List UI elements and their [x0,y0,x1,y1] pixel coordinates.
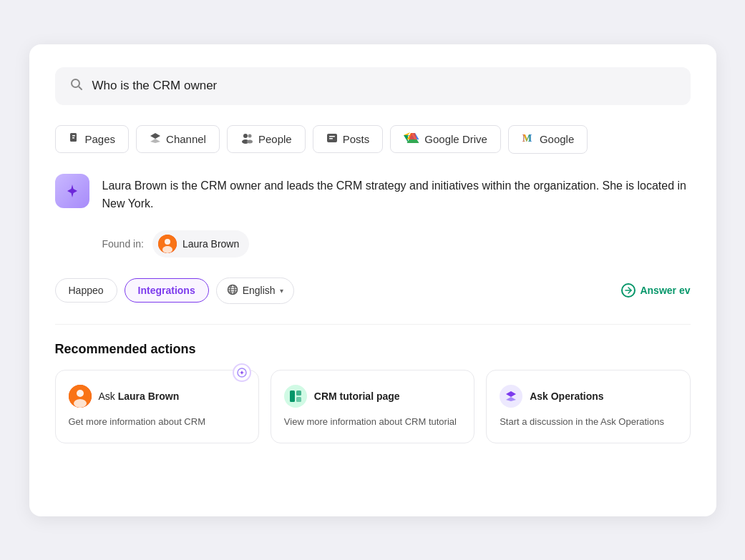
ops-card-icon [500,385,522,408]
language-selector[interactable]: English ▾ [216,277,294,304]
chevron-down-icon: ▾ [280,287,283,295]
search-bar[interactable]: Who is the CRM owner [55,67,691,105]
badge-icon [233,363,251,382]
tab-people-label: People [258,133,292,145]
found-in-row: Found in: Laura Brown [102,230,691,257]
svg-rect-12 [329,138,333,139]
bottom-filter-row: Happeo Integrations English ▾ [55,275,691,304]
section-divider [55,324,691,325]
search-query-text: Who is the CRM owner [92,79,218,93]
action-card-crm-tutorial[interactable]: CRM tutorial page View more information … [271,370,474,444]
ai-answer-box: Laura Brown is the CRM owner and leads t… [55,174,691,213]
svg-point-0 [72,79,79,87]
laura-name-bold: Laura Brown [118,390,180,402]
integrations-filter-btn[interactable]: Integrations [125,278,209,303]
laura-card-avatar [69,385,92,408]
globe-icon [227,284,238,298]
google-icon: M M [522,132,535,147]
svg-point-35 [77,390,84,397]
svg-point-26 [165,239,170,245]
action-card-title-ops: Ask Operations [530,390,603,402]
tab-channel-label: Channel [166,133,206,145]
svg-rect-2 [72,135,75,137]
svg-point-6 [243,134,248,138]
posts-icon [326,132,338,146]
crm-card-icon [284,385,307,408]
pages-icon [69,132,80,146]
tab-pages[interactable]: Pages [55,125,130,153]
action-card-title-crm: CRM tutorial page [314,390,400,402]
svg-point-36 [74,399,87,408]
svg-rect-37 [290,390,295,402]
channel-icon [150,132,161,146]
main-card: Who is the CRM owner Pages Channel [29,44,716,516]
svg-text:M: M [522,133,532,144]
answer-ev-icon [621,283,636,298]
google-drive-icon [404,132,419,146]
action-card-header-laura: Ask Laura Brown [69,385,245,408]
svg-marker-4 [150,133,160,139]
found-in-label: Found in: [102,238,144,250]
recommended-title: Recommended actions [55,342,691,357]
svg-marker-41 [506,397,516,401]
svg-point-8 [248,134,251,138]
action-card-header-ops: Ask Operations [500,385,676,408]
svg-rect-39 [296,397,301,402]
action-cards-grid: Ask Laura Brown Get more information abo… [55,370,691,444]
svg-rect-3 [72,137,74,139]
ai-answer-text: Laura Brown is the CRM owner and leads t… [102,174,691,213]
tab-google-label: Google [540,133,574,145]
action-card-title-laura: Ask Laura Brown [99,390,180,402]
search-icon [69,77,84,95]
svg-marker-21 [407,139,419,143]
recommended-section: Recommended actions [55,342,691,444]
tab-google[interactable]: M M Google [508,125,588,154]
tab-channel[interactable]: Channel [136,125,220,153]
ops-title-bold: Ask Operations [530,390,603,402]
action-card-ask-laura[interactable]: Ask Laura Brown Get more information abo… [55,370,259,444]
found-in-chip[interactable]: Laura Brown [152,230,249,257]
happeo-filter-btn[interactable]: Happeo [55,278,117,303]
laura-avatar [158,235,177,253]
svg-rect-11 [329,136,335,137]
svg-point-9 [247,140,253,144]
language-label: English [243,285,276,296]
answer-ev-button[interactable]: Answer ev [621,283,690,298]
tab-google-drive[interactable]: Google Drive [390,125,501,153]
action-card-ask-operations[interactable]: Ask Operations Start a discussion in the… [486,370,690,444]
filter-tabs-row: Pages Channel People [55,125,691,154]
svg-marker-22 [409,133,417,139]
svg-rect-38 [296,390,301,396]
svg-marker-40 [506,391,516,397]
svg-marker-5 [150,139,160,143]
svg-point-27 [162,246,172,253]
action-card-desc-laura: Get more information about CRM [69,415,245,429]
tab-posts[interactable]: Posts [313,125,384,153]
tab-posts-label: Posts [343,133,370,145]
action-card-header-crm: CRM tutorial page [284,385,461,408]
tab-people[interactable]: People [227,125,306,153]
answer-ev-label: Answer ev [640,285,690,296]
found-in-name: Laura Brown [182,238,239,250]
people-icon [240,132,253,146]
tab-google-drive-label: Google Drive [424,133,487,145]
action-card-desc-crm: View more information about CRM tutorial [284,415,461,429]
action-card-desc-ops: Start a discussion in the Ask Operations [500,415,676,429]
tab-pages-label: Pages [85,133,116,145]
crm-title-bold: CRM tutorial page [314,390,400,402]
ai-sparkle-icon [55,174,89,208]
